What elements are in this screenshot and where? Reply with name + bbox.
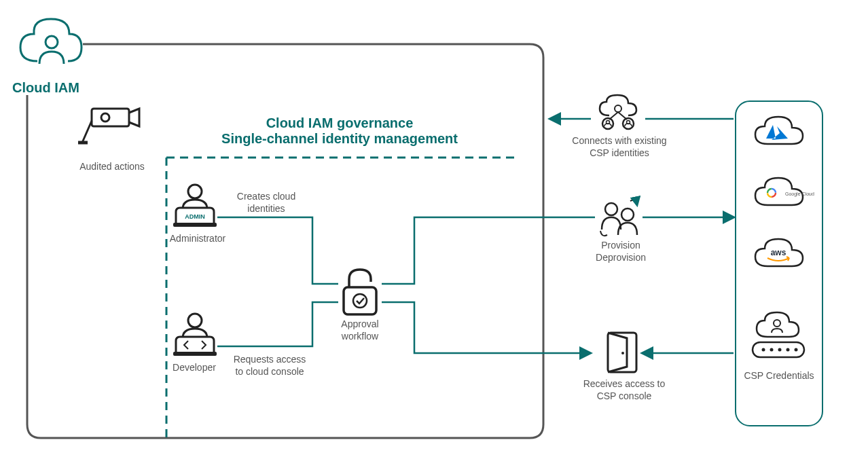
- camera-icon: [78, 109, 139, 143]
- svg-point-7: [188, 314, 202, 327]
- svg-line-15: [618, 112, 627, 120]
- svg-point-5: [188, 185, 202, 198]
- flow-admin-to-approval: [217, 217, 338, 284]
- cloud-iam-title: Cloud IAM: [12, 80, 79, 96]
- administrator-label: Administrator: [167, 232, 228, 244]
- audited-label: Audited actions: [75, 160, 149, 172]
- svg-rect-6: [173, 223, 217, 227]
- creates-identities-label: Creates cloud identities: [225, 190, 307, 215]
- cloud-iam-icon: [20, 19, 82, 64]
- svg-rect-8: [173, 352, 217, 356]
- governance-title: Cloud IAM governance Single-channel iden…: [177, 115, 503, 147]
- approval-label: Approval workflow: [333, 318, 387, 342]
- flow-approval-to-provision: [382, 217, 595, 284]
- governance-line2: Single-channel identity management: [177, 131, 503, 147]
- svg-point-19: [621, 208, 634, 221]
- provision-icon: [600, 200, 637, 236]
- receives-label: Receives access to CSP console: [573, 378, 675, 402]
- svg-rect-9: [344, 287, 376, 314]
- padlock-icon: [344, 270, 376, 314]
- flow-developer-to-approval: [217, 302, 338, 346]
- admin-badge: ADMIN: [185, 213, 205, 220]
- svg-line-14: [609, 112, 618, 120]
- door-icon: [608, 333, 636, 372]
- svg-point-2: [101, 113, 109, 122]
- developer-label: Developer: [167, 361, 221, 373]
- outer-container: [27, 44, 543, 438]
- svg-point-11: [615, 105, 621, 112]
- svg-point-21: [621, 352, 624, 354]
- svg-point-18: [605, 203, 617, 215]
- svg-line-3: [82, 121, 92, 143]
- svg-point-0: [46, 36, 58, 48]
- connects-label: Connects with existing CSP identities: [565, 134, 674, 159]
- requests-access-label: Requests access to cloud console: [225, 353, 314, 378]
- identities-network-icon: [600, 95, 636, 129]
- svg-point-10: [353, 294, 367, 308]
- governance-line1: Cloud IAM governance: [177, 115, 503, 131]
- provision-label: Provision Deprovision: [587, 239, 655, 263]
- developer-icon: [173, 314, 217, 356]
- administrator-icon: ADMIN: [173, 185, 217, 227]
- csp-credentials-label: CSP Credentials: [742, 369, 816, 382]
- flow-approval-to-door: [382, 302, 590, 353]
